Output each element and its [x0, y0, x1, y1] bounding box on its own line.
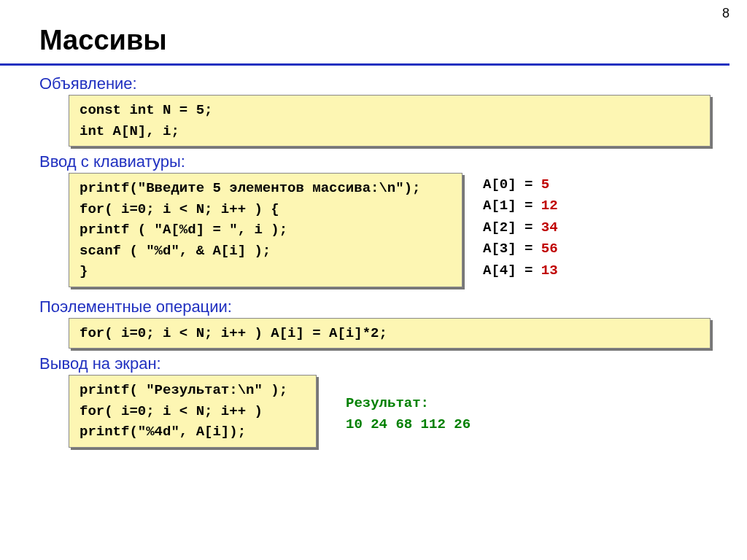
slide-content: Объявление: const int N = 5; int A[N], i…: [0, 66, 747, 454]
sample-row: A[0] = 5: [483, 174, 558, 195]
code-output: printf( "Результат:\n" ); for( i=0; i < …: [69, 375, 317, 448]
code-line: for( i=0; i < N; i++ ) {: [80, 199, 452, 220]
code-input: printf("Введите 5 элементов массива:\n")…: [69, 173, 462, 287]
code-elementwise: for( i=0; i < N; i++ ) A[i] = A[i]*2;: [69, 318, 711, 349]
code-line: const int N = 5;: [80, 100, 700, 121]
sample-row: A[4] = 13: [483, 260, 558, 281]
page-number: 8: [722, 6, 729, 21]
code-line: printf("%4d", A[i]);: [80, 421, 306, 443]
sample-row: A[3] = 56: [483, 238, 558, 260]
section-elementwise-label: Поэлементные операции:: [39, 298, 729, 316]
input-sample: A[0] = 5 A[1] = 12 A[2] = 34 A[3] = 56 A…: [483, 173, 558, 281]
code-line: scanf ( "%d", & A[i] );: [80, 241, 452, 262]
code-declaration: const int N = 5; int A[N], i;: [69, 95, 711, 147]
page-title: Массивы: [0, 0, 729, 66]
result-values: 10 24 68 112 26: [346, 414, 471, 435]
section-output-label: Вывод на экран:: [39, 354, 729, 373]
code-line: }: [80, 261, 452, 282]
code-line: int A[N], i;: [80, 121, 700, 142]
code-line: printf( "Результат:\n" );: [80, 380, 306, 401]
sample-row: A[1] = 12: [483, 195, 558, 217]
code-line: printf ( "A[%d] = ", i );: [80, 219, 452, 241]
code-line: for( i=0; i < N; i++ ): [80, 401, 306, 422]
sample-row: A[2] = 34: [483, 217, 558, 238]
section-declaration-label: Объявление:: [39, 74, 729, 93]
section-input-label: Ввод с клавиатуры:: [39, 152, 729, 171]
code-line: for( i=0; i < N; i++ ) A[i] = A[i]*2;: [80, 323, 700, 344]
result-label: Результат:: [346, 393, 471, 414]
code-line: printf("Введите 5 элементов массива:\n")…: [80, 178, 452, 199]
output-result: Результат: 10 24 68 112 26: [346, 393, 471, 435]
